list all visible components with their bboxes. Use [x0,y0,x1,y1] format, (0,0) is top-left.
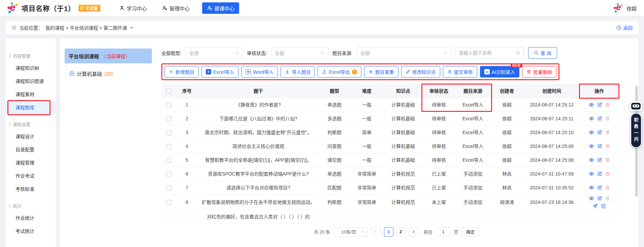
toolbar-button-label: 新增题目 [175,68,194,75]
created-time: 2024-08-07 14:25:11 [523,112,580,125]
header-user[interactable]: e 徐超 [614,3,637,13]
goto-page-input[interactable] [436,227,451,237]
status-filter-select[interactable]: 全部 [271,47,328,59]
breadcrumb-prefix: 当前位置： [19,24,43,31]
toolbar-button-修改知识点[interactable]: 修改知识点 [401,66,440,78]
question-stem: 资源库SPOC教学平台的配套移动端APP是什么? [198,167,319,181]
edit-action-icon[interactable] [597,102,602,107]
toolbar-button-AI识别录入[interactable]: AiAI识别录入NEW [480,66,519,78]
page-size-select[interactable]: 10条/页 [333,227,368,237]
delete-action-icon[interactable] [605,196,610,201]
review-status: 已上架 [423,167,455,181]
toolbar-button-label: Word导入 [253,68,273,75]
sidebar-item-考核标准[interactable]: 考核标准 [5,183,56,196]
view-action-icon[interactable] [589,157,594,163]
page-number-1[interactable]: 1 [384,227,393,237]
question-stem: 《静夜思》的作者是? [198,98,319,112]
view-action-icon[interactable] [589,171,594,177]
delete-action-icon[interactable] [605,185,610,190]
edit-action-icon[interactable] [597,185,602,190]
row-checkbox[interactable] [166,185,171,190]
table-row: 4简述社会主义核心价值观问答题一般计算机基础待审核Excel导入徐超2024-0… [161,139,618,153]
toolbar-button-提交审核[interactable]: 提交审核 [443,66,477,78]
question-type: 填空题 [319,153,350,167]
nav-item-学习中心[interactable]: 学习中心 [117,5,150,12]
toolbar-button-题目查重[interactable]: 题目查重 [364,66,398,78]
edit-action-icon[interactable] [597,130,602,135]
edit-action-icon[interactable] [597,171,602,176]
version-badge-label: 正式版 [86,5,98,11]
sidebar-item-目录配置[interactable]: 目录配置 [5,143,56,156]
creator: 徐超 [491,153,523,167]
toolbar-button-Excel导入[interactable]: XExcel导入 [201,66,238,78]
course-tree-current[interactable]: 平台培训课程 （当前课程） [65,49,152,63]
expand-plus-icon[interactable] [69,71,74,76]
nav-item-管理中心[interactable]: 管理中心 [159,5,192,12]
toolbar-button-导入题目[interactable]: 导入题目 [281,66,315,78]
confirm-button[interactable]: 确定 [462,227,479,237]
row-checkbox[interactable] [166,144,171,149]
view-action-icon[interactable] [589,185,594,190]
row-checkbox[interactable] [166,130,171,135]
sidebar-item-课程设计[interactable]: 课程设计 [5,130,56,143]
toolbar-button-label: 提交审核 [454,68,473,75]
breadcrumb-path[interactable]: 我的课程 > 平台培训课程 > 第二期开课 [45,24,127,31]
row-checkbox[interactable] [166,116,171,121]
sidebar-item-作业统计[interactable]: 作业统计 [5,212,56,225]
back-button[interactable]: 返回 [616,24,633,31]
edit-action-icon[interactable] [597,144,602,149]
view-action-icon[interactable] [589,102,594,107]
nav-item-建课中心[interactable]: 建课中心 [202,2,239,14]
delete-action-icon[interactable] [605,102,610,107]
sidebar-item-课程知识图谱[interactable]: 课程知识图谱 [5,75,56,88]
review-status: 未上架 [423,194,455,210]
type-filter-select[interactable]: 全部 [186,47,243,59]
delete-action-icon[interactable] [605,158,610,162]
row-checkbox[interactable] [166,200,171,205]
prev-page-button[interactable] [371,227,381,237]
sidebar-item-作业考试[interactable]: 作业考试 [5,169,56,183]
row-checkbox[interactable] [166,172,171,177]
robot-icon[interactable] [630,101,642,111]
view-action-icon[interactable] [589,116,594,121]
delete-action-icon[interactable] [605,172,610,176]
view-action-icon[interactable] [589,144,594,149]
edit-action-icon[interactable] [597,196,602,201]
sidebar-item-课程素材[interactable]: 课程素材 [5,88,56,101]
sidebar-item-考试统计[interactable]: 考试统计 [5,225,56,238]
toolbar-button-新增题目[interactable]: 新增题目 [164,66,199,78]
review-status: 待审核 [423,112,455,125]
query-button[interactable]: 查 询 [528,47,557,59]
row-checkbox[interactable] [166,102,171,107]
view-action-icon[interactable] [589,196,594,201]
delete-action-icon[interactable] [605,130,610,135]
toolbar-button-Excel导出[interactable]: Excel导出? [318,66,361,78]
send-action-icon[interactable] [593,204,598,209]
sidebar-item-课程知识树[interactable]: 课程知识树 [5,62,56,75]
search-icon[interactable] [516,51,520,55]
next-page-button[interactable] [409,227,418,237]
stem-search-input[interactable] [459,50,516,56]
row-checkbox[interactable] [166,158,171,163]
delete-action-icon[interactable] [605,116,610,121]
source-filter-select[interactable]: 全部 [357,47,451,59]
toolbar-button-批量删除[interactable]: 批量删除 [522,66,556,78]
question-stem: 唐太宗时期，政治清明，国力强盛史称“开元盛世”。 [198,125,319,139]
assistant-widget-label[interactable]: 职教一问 [631,113,642,148]
delete-action-icon[interactable] [605,144,610,149]
toolbar-button-label: AI识别录入 [492,68,515,75]
edit-action-icon[interactable] [597,116,602,121]
edit-action-icon[interactable] [597,157,602,162]
admin-center-icon [162,5,167,11]
export-action-icon[interactable] [601,204,606,209]
sidebar-item-课程题库[interactable]: 课程题库 [5,101,56,114]
chevron-down-icon[interactable] [130,26,134,30]
course-tree-node[interactable]: 计算机基础 (20) [65,70,152,77]
toolbar-button-Word导入[interactable]: WWord导入 [241,66,278,78]
knowledge-point: 计算机规范 [384,167,423,181]
select-all-checkbox[interactable] [166,88,171,93]
view-action-icon[interactable] [589,130,594,135]
page-number-2[interactable]: 2 [396,227,406,237]
sidebar-item-课程管理[interactable]: 课程管理 [5,156,56,169]
difficulty: 一般 [350,153,384,167]
